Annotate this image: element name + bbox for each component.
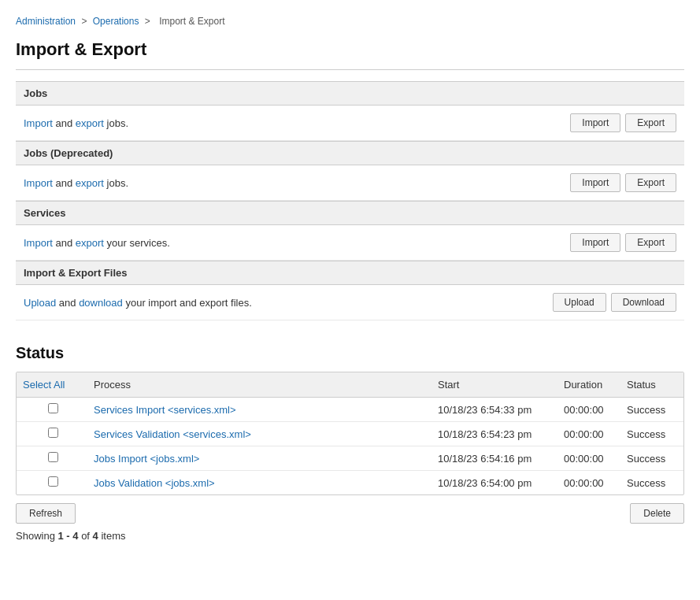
process-link[interactable]: Jobs Import <jobs.xml>	[94, 453, 199, 465]
row-process: Jobs Validation <jobs.xml>	[87, 471, 431, 495]
row-checkbox[interactable]	[48, 452, 58, 462]
jobs-deprecated-export-link[interactable]: export	[76, 177, 104, 189]
section-jobs-deprecated-text: Import and export jobs.	[24, 177, 128, 189]
row-status: Success	[620, 446, 683, 471]
section-jobs-deprecated-body: Import and export jobs. Import Export	[16, 165, 684, 201]
table-header-row: Select All Process Start Duration Status	[17, 372, 683, 398]
showing-text: Showing 1 - 4 of 4 items	[16, 530, 684, 542]
select-all-link[interactable]: Select All	[23, 379, 65, 391]
section-jobs-deprecated-buttons: Import Export	[570, 173, 676, 192]
row-duration: 00:00:00	[557, 446, 620, 471]
section-jobs-deprecated: Jobs (Deprecated) Import and export jobs…	[16, 141, 684, 201]
row-status: Success	[620, 471, 683, 495]
section-import-export-files: Import & Export Files Upload and downloa…	[16, 261, 684, 320]
section-services-buttons: Import Export	[570, 233, 676, 252]
row-checkbox-cell	[17, 446, 87, 471]
bottom-bar: Refresh Delete	[16, 503, 684, 524]
table-row: Jobs Validation <jobs.xml>10/18/23 6:54:…	[17, 471, 683, 495]
status-title: Status	[16, 344, 684, 362]
jobs-export-button[interactable]: Export	[625, 113, 676, 132]
table-row: Jobs Import <jobs.xml>10/18/23 6:54:16 p…	[17, 446, 683, 471]
col-select-all: Select All	[17, 372, 87, 398]
section-files-text: Upload and download your import and expo…	[24, 297, 252, 309]
delete-button[interactable]: Delete	[630, 503, 684, 524]
services-import-button[interactable]: Import	[570, 233, 620, 252]
section-services-header: Services	[16, 201, 684, 225]
process-link[interactable]: Jobs Validation <jobs.xml>	[94, 477, 215, 489]
section-jobs-deprecated-header: Jobs (Deprecated)	[16, 141, 684, 165]
row-checkbox-cell	[17, 422, 87, 446]
files-upload-button[interactable]: Upload	[553, 293, 606, 312]
breadcrumb-ops-link[interactable]: Operations	[93, 16, 139, 27]
row-status: Success	[620, 398, 683, 422]
section-files-body: Upload and download your import and expo…	[16, 285, 684, 320]
title-divider	[16, 69, 684, 70]
row-checkbox-cell	[17, 471, 87, 495]
row-start: 10/18/23 6:54:16 pm	[431, 446, 557, 471]
status-table: Select All Process Start Duration Status…	[17, 372, 683, 494]
status-table-wrapper: Select All Process Start Duration Status…	[16, 372, 684, 495]
table-row: Services Validation <services.xml>10/18/…	[17, 422, 683, 446]
section-jobs-text: Import and export jobs.	[24, 117, 128, 129]
table-row: Services Import <services.xml>10/18/23 6…	[17, 398, 683, 422]
services-export-button[interactable]: Export	[625, 233, 676, 252]
jobs-import-link[interactable]: Import	[24, 117, 53, 129]
row-process: Services Validation <services.xml>	[87, 422, 431, 446]
row-start: 10/18/23 6:54:33 pm	[431, 398, 557, 422]
section-jobs: Jobs Import and export jobs. Import Expo…	[16, 81, 684, 141]
showing-range: 1 - 4	[58, 530, 79, 542]
section-files-header: Import & Export Files	[16, 261, 684, 285]
breadcrumb-current: Import & Export	[159, 16, 224, 27]
section-files-buttons: Upload Download	[553, 293, 676, 312]
process-link[interactable]: Services Validation <services.xml>	[94, 428, 251, 440]
breadcrumb-admin-link[interactable]: Administration	[16, 16, 76, 27]
row-checkbox[interactable]	[48, 428, 58, 438]
row-checkbox[interactable]	[48, 476, 58, 487]
files-upload-link[interactable]: Upload	[24, 297, 56, 309]
files-download-button[interactable]: Download	[611, 293, 676, 312]
row-start: 10/18/23 6:54:23 pm	[431, 422, 557, 446]
services-export-link[interactable]: export	[76, 237, 104, 249]
col-start: Start	[431, 372, 557, 398]
jobs-export-link[interactable]: export	[76, 117, 104, 129]
row-start: 10/18/23 6:54:00 pm	[431, 471, 557, 495]
process-link[interactable]: Services Import <services.xml>	[94, 404, 236, 416]
section-jobs-header: Jobs	[16, 81, 684, 106]
section-services-text: Import and export your services.	[24, 237, 170, 249]
row-duration: 00:00:00	[557, 422, 620, 446]
page-title: Import & Export	[16, 39, 684, 60]
col-status: Status	[620, 372, 683, 398]
section-jobs-body: Import and export jobs. Import Export	[16, 106, 684, 141]
row-status: Success	[620, 422, 683, 446]
breadcrumb: Administration > Operations > Import & E…	[16, 16, 684, 27]
showing-count: 4	[93, 530, 98, 542]
row-duration: 00:00:00	[557, 398, 620, 422]
section-jobs-buttons: Import Export	[570, 113, 676, 132]
row-checkbox-cell	[17, 398, 87, 422]
jobs-deprecated-import-button[interactable]: Import	[570, 173, 620, 192]
services-import-link[interactable]: Import	[24, 237, 53, 249]
row-duration: 00:00:00	[557, 471, 620, 495]
col-duration: Duration	[557, 372, 620, 398]
breadcrumb-sep1: >	[81, 16, 87, 27]
breadcrumb-sep2: >	[145, 16, 150, 27]
section-services: Services Import and export your services…	[16, 201, 684, 261]
jobs-deprecated-import-link[interactable]: Import	[24, 177, 53, 189]
refresh-button[interactable]: Refresh	[16, 503, 76, 524]
jobs-import-button[interactable]: Import	[570, 113, 620, 132]
files-download-link[interactable]: download	[79, 297, 123, 309]
section-services-body: Import and export your services. Import …	[16, 225, 684, 261]
row-process: Services Import <services.xml>	[87, 398, 431, 422]
row-process: Jobs Import <jobs.xml>	[87, 446, 431, 471]
row-checkbox[interactable]	[48, 403, 58, 413]
col-process: Process	[87, 372, 431, 398]
jobs-deprecated-export-button[interactable]: Export	[625, 173, 676, 192]
